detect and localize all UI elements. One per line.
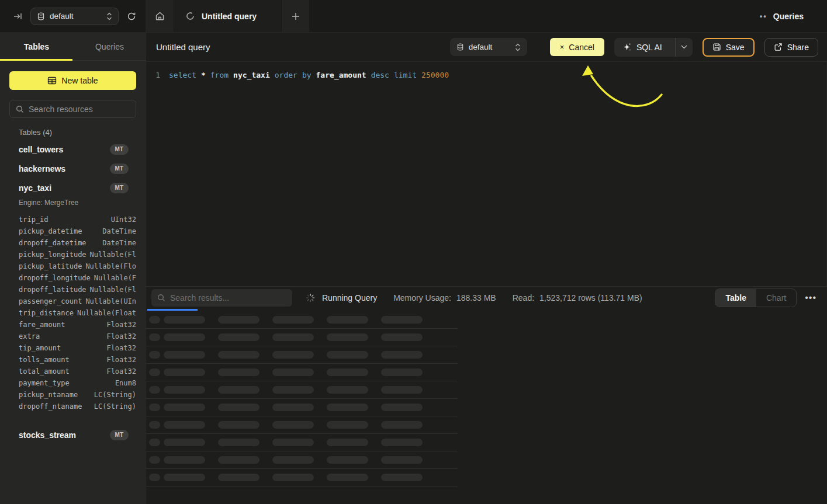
column-type: LC(String)	[94, 391, 136, 399]
column-type: Float32	[106, 367, 136, 376]
sql-token: 250000	[421, 71, 449, 79]
column-row: dropoff_datetime DateTime	[19, 237, 136, 249]
sql-ai-main[interactable]: SQL AI	[614, 38, 670, 57]
sidebar-search-input[interactable]	[29, 105, 130, 114]
save-button[interactable]: Save	[703, 38, 755, 57]
column-row: pickup_longitude Nullable(Fl	[19, 249, 136, 260]
database-icon	[456, 43, 464, 51]
column-row: payment_type Enum8	[19, 377, 136, 389]
sql-token: desc	[371, 71, 389, 79]
column-row: extra Float32	[19, 331, 136, 342]
column-name: pickup_longitude	[19, 251, 86, 259]
column-name: tolls_amount	[19, 356, 70, 364]
sql-token: select	[169, 71, 196, 79]
cancel-label: Cancel	[569, 43, 594, 52]
running-queries-icon: ••	[760, 15, 767, 18]
table-item-cell-towers[interactable]: cell_towers MT	[0, 140, 146, 159]
sql-token: nyc_taxi	[233, 71, 270, 79]
table-item-stocks-stream[interactable]: stocks_stream MT	[0, 425, 146, 444]
skeleton-row	[146, 416, 458, 434]
plus-icon	[292, 12, 300, 20]
column-row: tolls_amount Float32	[19, 354, 136, 366]
tab-untitled-query[interactable]: Untitled query	[174, 0, 282, 32]
sql-statement: select*fromnyc_taxiorderbyfare_amountdes…	[169, 71, 449, 79]
column-name: extra	[19, 332, 40, 340]
engine-badge: MT	[110, 430, 129, 440]
sql-ai-dropdown[interactable]	[675, 38, 693, 57]
topbar-database-selector[interactable]: default	[30, 8, 119, 25]
home-button[interactable]	[146, 0, 174, 32]
skeleton-row	[146, 381, 458, 399]
sql-token: from	[210, 71, 229, 79]
sparkle-icon	[622, 43, 631, 51]
new-tab-button[interactable]	[282, 0, 310, 32]
sql-ai-button[interactable]: SQL AI	[614, 38, 693, 57]
query-database-value: default	[469, 43, 510, 51]
collapse-sidebar-icon[interactable]	[13, 12, 22, 21]
header-actions: default × Cancel SQL AI	[450, 38, 818, 57]
column-name: fare_amount	[19, 321, 65, 329]
sql-token: order	[275, 71, 297, 79]
queries-link-label: Queries	[773, 12, 804, 21]
save-label: Save	[726, 43, 745, 52]
topbar-database-value: default	[50, 12, 102, 20]
results-search-input[interactable]	[170, 293, 286, 303]
table-grid-icon	[47, 76, 57, 85]
column-row: trip_distance Nullable(Float	[19, 307, 136, 319]
results-search[interactable]	[151, 289, 292, 307]
skeleton-row	[146, 364, 458, 381]
column-type: Nullable(Fl	[90, 286, 136, 294]
tab-label: Untitled query	[202, 12, 257, 21]
active-tab-underline	[0, 59, 72, 61]
more-options-button[interactable]: •••	[805, 293, 816, 303]
query-header: Untitled query default × Cancel	[146, 33, 827, 62]
skeleton-row	[146, 329, 458, 346]
cancel-button[interactable]: × Cancel	[550, 38, 604, 56]
sql-editor[interactable]: 1 select*fromnyc_taxiorderbyfare_amountd…	[146, 62, 827, 286]
search-icon	[16, 105, 24, 113]
sidebar: Tables Queries New table Tables (4) cell…	[0, 33, 146, 504]
column-type: UInt32	[111, 215, 136, 224]
new-table-button[interactable]: New table	[9, 71, 136, 90]
tabstrip: Untitled query	[146, 0, 827, 32]
sidebar-search[interactable]	[9, 100, 136, 118]
sidebar-tab-tables[interactable]: Tables	[0, 33, 73, 60]
sql-console-app: default Untitled query	[0, 0, 827, 504]
view-toggle-table[interactable]: Table	[715, 289, 756, 307]
sidebar-tabs: Tables Queries	[0, 33, 146, 61]
refresh-icon[interactable]	[127, 12, 136, 21]
column-type: Float32	[106, 321, 136, 329]
view-toggle-chart[interactable]: Chart	[756, 289, 796, 307]
table-item-nyc-taxi[interactable]: nyc_taxi MT	[0, 178, 146, 197]
memory-usage-label: Memory Usage:	[393, 293, 451, 303]
skeleton-row	[146, 469, 458, 486]
column-type: Float32	[106, 344, 136, 352]
view-toggle: Table Chart	[715, 289, 797, 307]
tab-loading-spinner-icon	[186, 12, 195, 20]
nyc-taxi-columns: trip_id UInt32 pickup_datetime DateTime …	[0, 210, 146, 419]
column-name: trip_id	[19, 215, 49, 224]
tables-section-header: Tables (4)	[19, 128, 52, 137]
results-skeleton	[146, 311, 827, 504]
sql-token: fare_amount	[316, 71, 366, 79]
column-type: DateTime	[102, 227, 136, 235]
column-name: pickup_ntaname	[19, 391, 78, 399]
chevron-updown-icon	[106, 12, 112, 20]
code-line-1: 1 select*fromnyc_taxiorderbyfare_amountd…	[146, 69, 826, 81]
column-name: total_amount	[19, 367, 70, 376]
queries-link[interactable]: •• Queries	[760, 12, 804, 21]
column-row: tip_amount Float32	[19, 342, 136, 354]
query-database-selector[interactable]: default	[450, 38, 527, 56]
column-row: pickup_datetime DateTime	[19, 225, 136, 237]
column-name: pickup_datetime	[19, 227, 82, 235]
share-label: Share	[787, 43, 809, 52]
column-row: dropoff_ntaname LC(String)	[19, 401, 136, 412]
database-icon	[37, 12, 45, 20]
column-type: DateTime	[102, 239, 136, 247]
share-icon	[774, 43, 783, 51]
table-name: cell_towers	[19, 145, 110, 154]
column-name: dropoff_ntaname	[19, 402, 82, 411]
share-button[interactable]: Share	[764, 38, 818, 57]
sidebar-tab-queries[interactable]: Queries	[73, 33, 146, 60]
table-item-hackernews[interactable]: hackernews MT	[0, 159, 146, 178]
